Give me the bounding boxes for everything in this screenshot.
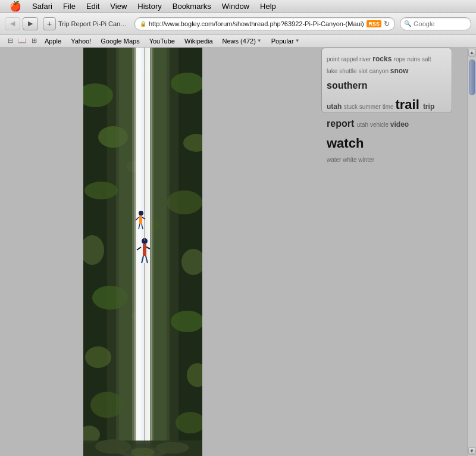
waterfall-svg [83, 48, 202, 456]
tag-shuttle[interactable]: shuttle [339, 68, 358, 74]
bookmarks-googlemaps[interactable]: Google Maps [96, 36, 143, 46]
svg-point-50 [95, 439, 131, 454]
tag-cloud-panel: point rappel river rocks rope ruins salt… [321, 48, 452, 113]
svg-rect-30 [132, 48, 134, 456]
tag-canyon[interactable]: canyon [369, 68, 390, 74]
popular-dropdown-arrow: ▼ [295, 38, 300, 43]
tag-point[interactable]: point [327, 56, 341, 63]
scrollbar-track: ▲ ▼ [467, 48, 476, 456]
tag-trip[interactable]: trip [423, 102, 434, 111]
rss-badge[interactable]: RSS [367, 20, 381, 27]
tag-winter[interactable]: winter [358, 157, 374, 163]
add-button[interactable]: + [43, 17, 56, 30]
history-menu[interactable]: History [133, 1, 166, 12]
svg-rect-44 [139, 215, 142, 224]
bookmarks-apple[interactable]: Apple [40, 36, 65, 46]
tag-lake[interactable]: lake [327, 68, 339, 74]
scroll-down-button[interactable]: ▼ [468, 447, 476, 455]
sidebar-toggle-button[interactable]: ⊟ [5, 36, 15, 46]
scrollbar-thumb[interactable] [469, 60, 475, 95]
tag-cloud: point rappel river rocks rope ruins salt… [327, 53, 447, 165]
search-icon: 🔍 [404, 20, 411, 27]
bookmarks-yahoo[interactable]: Yahoo! [67, 36, 95, 46]
tag-vehicle[interactable]: vehicle [370, 121, 390, 128]
window-title: Trip Report Pi-Pi Canyon (Maui) [58, 20, 130, 27]
tag-rocks[interactable]: rocks [372, 55, 393, 63]
tag-ruins[interactable]: ruins [407, 56, 421, 63]
left-sidebar [0, 48, 71, 456]
tag-white[interactable]: white [343, 157, 358, 163]
bookmarks-wikipedia[interactable]: Wikipedia [180, 36, 217, 46]
svg-point-51 [156, 442, 189, 454]
news-dropdown-arrow: ▼ [257, 38, 262, 43]
apple-menu[interactable]: 🍎 [5, 0, 26, 13]
tag-river[interactable]: river [359, 56, 372, 63]
tag-slot[interactable]: slot [358, 68, 369, 74]
bookmarks-youtube[interactable]: YouTube [145, 36, 179, 46]
back-icon: ◀ [10, 20, 15, 27]
content-area: point rappel river rocks rope ruins salt… [0, 48, 476, 456]
forward-icon: ▶ [28, 20, 33, 27]
search-container: 🔍 [400, 17, 471, 30]
window-menu[interactable]: Window [217, 1, 254, 12]
tag-video[interactable]: video [390, 120, 409, 129]
tag-utah[interactable]: utah [327, 102, 344, 111]
tag-snow[interactable]: snow [390, 67, 409, 75]
bookmarks-news[interactable]: News (472) ▼ [218, 36, 266, 46]
bookmarks-bar: ⊟ 📖 ⊞ Apple Yahoo! Google Maps YouTube W… [0, 35, 476, 48]
lock-icon: 🔒 [140, 21, 146, 27]
tag-utah2[interactable]: utah [357, 121, 370, 128]
address-input[interactable] [149, 20, 364, 27]
tag-water[interactable]: water [327, 157, 343, 163]
toolbar: ◀ ▶ + Trip Report Pi-Pi Canyon (Maui) 🔒 … [0, 13, 476, 35]
tag-trail[interactable]: trail [395, 97, 422, 112]
back-button[interactable]: ◀ [5, 17, 20, 30]
file-menu[interactable]: File [58, 1, 80, 12]
view-menu[interactable]: View [105, 1, 131, 12]
help-menu[interactable]: Help [255, 1, 281, 12]
svg-rect-36 [143, 244, 146, 256]
refresh-button[interactable]: ↻ [384, 20, 390, 28]
tag-watch[interactable]: watch [327, 136, 364, 151]
address-bar-container: 🔒 RSS ↻ [134, 17, 395, 30]
bookmarks-popular[interactable]: Popular ▼ [267, 36, 304, 46]
svg-point-10 [85, 346, 111, 368]
scroll-up-button[interactable]: ▲ [468, 49, 476, 57]
tag-time[interactable]: time [383, 104, 396, 110]
svg-rect-27 [140, 48, 143, 456]
page-area: point rappel river rocks rope ruins salt… [71, 48, 476, 456]
search-input[interactable] [414, 20, 476, 27]
forward-button[interactable]: ▶ [23, 17, 38, 30]
tag-southern[interactable]: southern [327, 80, 367, 90]
reading-list-button[interactable]: 📖 [17, 36, 27, 46]
svg-point-15 [167, 190, 202, 214]
safari-menu[interactable]: Safari [27, 1, 57, 12]
tag-summer[interactable]: summer [359, 104, 383, 110]
svg-point-43 [139, 211, 143, 215]
tag-report[interactable]: report [327, 118, 357, 129]
edit-menu[interactable]: Edit [82, 1, 104, 12]
plus-icon: + [47, 19, 52, 29]
tag-rope[interactable]: rope [394, 56, 408, 63]
grid-button[interactable]: ⊞ [29, 36, 39, 46]
menubar: 🍎 Safari File Edit View History Bookmark… [0, 0, 476, 13]
svg-point-7 [84, 182, 118, 199]
svg-rect-31 [151, 48, 154, 456]
tag-salt[interactable]: salt [422, 56, 431, 63]
tag-rappel[interactable]: rappel [341, 56, 359, 63]
tag-stuck[interactable]: stuck [344, 104, 359, 110]
waterfall-image-container [83, 48, 202, 456]
bookmarks-menu[interactable]: Bookmarks [168, 1, 216, 12]
